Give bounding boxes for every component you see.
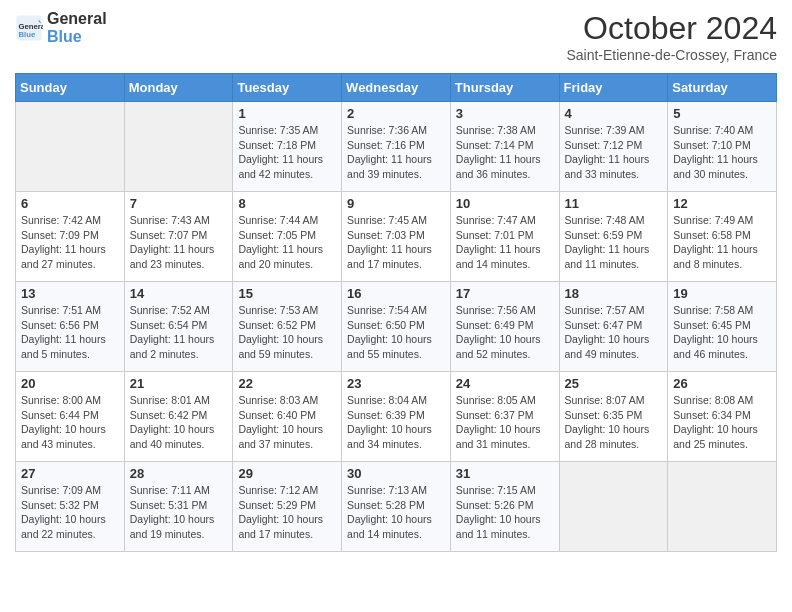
calendar-cell: 29Sunrise: 7:12 AM Sunset: 5:29 PM Dayli…	[233, 462, 342, 552]
weekday-header: Tuesday	[233, 74, 342, 102]
day-info: Sunrise: 7:12 AM Sunset: 5:29 PM Dayligh…	[238, 483, 336, 542]
day-info: Sunrise: 7:44 AM Sunset: 7:05 PM Dayligh…	[238, 213, 336, 272]
day-info: Sunrise: 7:53 AM Sunset: 6:52 PM Dayligh…	[238, 303, 336, 362]
weekday-header: Friday	[559, 74, 668, 102]
day-number: 21	[130, 376, 228, 391]
calendar-cell: 20Sunrise: 8:00 AM Sunset: 6:44 PM Dayli…	[16, 372, 125, 462]
calendar-cell: 5Sunrise: 7:40 AM Sunset: 7:10 PM Daylig…	[668, 102, 777, 192]
calendar-cell: 17Sunrise: 7:56 AM Sunset: 6:49 PM Dayli…	[450, 282, 559, 372]
day-info: Sunrise: 8:04 AM Sunset: 6:39 PM Dayligh…	[347, 393, 445, 452]
day-info: Sunrise: 7:47 AM Sunset: 7:01 PM Dayligh…	[456, 213, 554, 272]
day-number: 24	[456, 376, 554, 391]
day-number: 5	[673, 106, 771, 121]
day-number: 29	[238, 466, 336, 481]
calendar-cell: 22Sunrise: 8:03 AM Sunset: 6:40 PM Dayli…	[233, 372, 342, 462]
calendar-cell: 16Sunrise: 7:54 AM Sunset: 6:50 PM Dayli…	[342, 282, 451, 372]
calendar-cell: 4Sunrise: 7:39 AM Sunset: 7:12 PM Daylig…	[559, 102, 668, 192]
day-info: Sunrise: 7:45 AM Sunset: 7:03 PM Dayligh…	[347, 213, 445, 272]
weekday-header: Saturday	[668, 74, 777, 102]
day-number: 31	[456, 466, 554, 481]
day-info: Sunrise: 7:40 AM Sunset: 7:10 PM Dayligh…	[673, 123, 771, 182]
weekday-header: Monday	[124, 74, 233, 102]
day-number: 11	[565, 196, 663, 211]
day-number: 17	[456, 286, 554, 301]
calendar-cell: 31Sunrise: 7:15 AM Sunset: 5:26 PM Dayli…	[450, 462, 559, 552]
day-number: 14	[130, 286, 228, 301]
calendar-cell	[668, 462, 777, 552]
day-number: 12	[673, 196, 771, 211]
calendar-cell: 6Sunrise: 7:42 AM Sunset: 7:09 PM Daylig…	[16, 192, 125, 282]
day-info: Sunrise: 7:39 AM Sunset: 7:12 PM Dayligh…	[565, 123, 663, 182]
day-info: Sunrise: 7:09 AM Sunset: 5:32 PM Dayligh…	[21, 483, 119, 542]
day-number: 8	[238, 196, 336, 211]
day-info: Sunrise: 7:11 AM Sunset: 5:31 PM Dayligh…	[130, 483, 228, 542]
day-info: Sunrise: 8:01 AM Sunset: 6:42 PM Dayligh…	[130, 393, 228, 452]
calendar-cell: 11Sunrise: 7:48 AM Sunset: 6:59 PM Dayli…	[559, 192, 668, 282]
calendar-cell: 7Sunrise: 7:43 AM Sunset: 7:07 PM Daylig…	[124, 192, 233, 282]
calendar-cell	[16, 102, 125, 192]
day-info: Sunrise: 7:36 AM Sunset: 7:16 PM Dayligh…	[347, 123, 445, 182]
day-number: 22	[238, 376, 336, 391]
day-info: Sunrise: 8:05 AM Sunset: 6:37 PM Dayligh…	[456, 393, 554, 452]
weekday-header: Wednesday	[342, 74, 451, 102]
day-info: Sunrise: 7:13 AM Sunset: 5:28 PM Dayligh…	[347, 483, 445, 542]
day-info: Sunrise: 7:48 AM Sunset: 6:59 PM Dayligh…	[565, 213, 663, 272]
day-number: 20	[21, 376, 119, 391]
calendar-cell	[124, 102, 233, 192]
calendar-cell: 25Sunrise: 8:07 AM Sunset: 6:35 PM Dayli…	[559, 372, 668, 462]
page-header: General Blue General Blue October 2024 S…	[15, 10, 777, 63]
calendar-cell: 28Sunrise: 7:11 AM Sunset: 5:31 PM Dayli…	[124, 462, 233, 552]
day-number: 26	[673, 376, 771, 391]
logo-icon: General Blue	[15, 14, 43, 42]
day-number: 2	[347, 106, 445, 121]
calendar-cell: 21Sunrise: 8:01 AM Sunset: 6:42 PM Dayli…	[124, 372, 233, 462]
day-number: 30	[347, 466, 445, 481]
calendar-cell: 19Sunrise: 7:58 AM Sunset: 6:45 PM Dayli…	[668, 282, 777, 372]
calendar-cell: 12Sunrise: 7:49 AM Sunset: 6:58 PM Dayli…	[668, 192, 777, 282]
location-subtitle: Saint-Etienne-de-Crossey, France	[566, 47, 777, 63]
calendar-table: SundayMondayTuesdayWednesdayThursdayFrid…	[15, 73, 777, 552]
calendar-cell: 30Sunrise: 7:13 AM Sunset: 5:28 PM Dayli…	[342, 462, 451, 552]
day-info: Sunrise: 7:56 AM Sunset: 6:49 PM Dayligh…	[456, 303, 554, 362]
day-info: Sunrise: 8:00 AM Sunset: 6:44 PM Dayligh…	[21, 393, 119, 452]
day-number: 6	[21, 196, 119, 211]
day-number: 3	[456, 106, 554, 121]
day-number: 13	[21, 286, 119, 301]
day-number: 18	[565, 286, 663, 301]
title-block: October 2024 Saint-Etienne-de-Crossey, F…	[566, 10, 777, 63]
day-info: Sunrise: 7:58 AM Sunset: 6:45 PM Dayligh…	[673, 303, 771, 362]
day-number: 25	[565, 376, 663, 391]
day-info: Sunrise: 7:15 AM Sunset: 5:26 PM Dayligh…	[456, 483, 554, 542]
day-info: Sunrise: 8:03 AM Sunset: 6:40 PM Dayligh…	[238, 393, 336, 452]
day-number: 10	[456, 196, 554, 211]
calendar-cell: 8Sunrise: 7:44 AM Sunset: 7:05 PM Daylig…	[233, 192, 342, 282]
calendar-cell: 14Sunrise: 7:52 AM Sunset: 6:54 PM Dayli…	[124, 282, 233, 372]
calendar-cell: 9Sunrise: 7:45 AM Sunset: 7:03 PM Daylig…	[342, 192, 451, 282]
day-number: 19	[673, 286, 771, 301]
day-info: Sunrise: 7:42 AM Sunset: 7:09 PM Dayligh…	[21, 213, 119, 272]
calendar-cell: 1Sunrise: 7:35 AM Sunset: 7:18 PM Daylig…	[233, 102, 342, 192]
day-info: Sunrise: 7:52 AM Sunset: 6:54 PM Dayligh…	[130, 303, 228, 362]
weekday-header: Thursday	[450, 74, 559, 102]
calendar-cell: 24Sunrise: 8:05 AM Sunset: 6:37 PM Dayli…	[450, 372, 559, 462]
day-info: Sunrise: 7:49 AM Sunset: 6:58 PM Dayligh…	[673, 213, 771, 272]
day-info: Sunrise: 7:43 AM Sunset: 7:07 PM Dayligh…	[130, 213, 228, 272]
calendar-cell: 3Sunrise: 7:38 AM Sunset: 7:14 PM Daylig…	[450, 102, 559, 192]
weekday-header: Sunday	[16, 74, 125, 102]
day-number: 4	[565, 106, 663, 121]
calendar-cell: 2Sunrise: 7:36 AM Sunset: 7:16 PM Daylig…	[342, 102, 451, 192]
day-info: Sunrise: 7:35 AM Sunset: 7:18 PM Dayligh…	[238, 123, 336, 182]
day-info: Sunrise: 7:57 AM Sunset: 6:47 PM Dayligh…	[565, 303, 663, 362]
day-info: Sunrise: 7:38 AM Sunset: 7:14 PM Dayligh…	[456, 123, 554, 182]
calendar-cell: 27Sunrise: 7:09 AM Sunset: 5:32 PM Dayli…	[16, 462, 125, 552]
logo: General Blue General Blue	[15, 10, 107, 45]
calendar-cell: 26Sunrise: 8:08 AM Sunset: 6:34 PM Dayli…	[668, 372, 777, 462]
day-number: 1	[238, 106, 336, 121]
day-number: 9	[347, 196, 445, 211]
day-number: 28	[130, 466, 228, 481]
day-info: Sunrise: 8:07 AM Sunset: 6:35 PM Dayligh…	[565, 393, 663, 452]
day-info: Sunrise: 7:51 AM Sunset: 6:56 PM Dayligh…	[21, 303, 119, 362]
month-title: October 2024	[566, 10, 777, 47]
calendar-cell: 15Sunrise: 7:53 AM Sunset: 6:52 PM Dayli…	[233, 282, 342, 372]
day-number: 15	[238, 286, 336, 301]
